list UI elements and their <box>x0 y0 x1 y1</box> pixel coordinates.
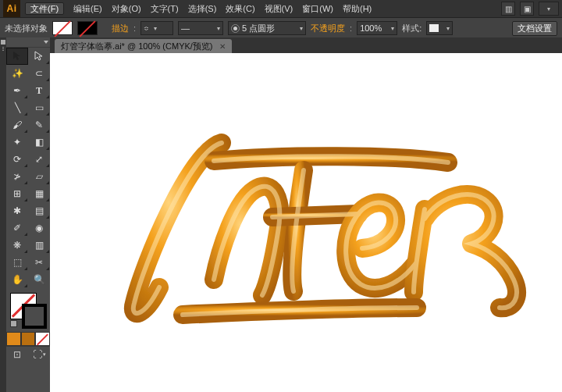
tool-slice[interactable]: ✂ <box>28 254 50 271</box>
tool-type[interactable]: T <box>28 82 50 99</box>
tool-mesh[interactable]: ✱ <box>6 202 28 219</box>
stroke-color[interactable] <box>22 304 47 329</box>
canvas[interactable] <box>50 53 562 392</box>
toolbox-panel: ✨ ⊂ ✒ T ╲ ▭ 🖌 ✎ ✦ ◧ ⟳ ⤢ ≯ ▱ ⊞ ▦ ✱ ▤ ✐ ◉ … <box>6 37 51 392</box>
menu-object[interactable]: 对象(O) <box>107 3 146 15</box>
document-tab-bar: 灯管字体临摹.ai* @ 100% (CMYK/预览) ✕ <box>50 37 562 54</box>
color-mode-row <box>6 332 50 346</box>
canvas-artwork <box>50 53 562 392</box>
tool-direct-selection[interactable] <box>28 48 50 65</box>
tool-line[interactable]: ╲ <box>6 99 28 116</box>
menu-effect[interactable]: 效果(C) <box>221 3 259 15</box>
tool-paintbrush[interactable]: 🖌 <box>6 116 28 134</box>
tool-artboard[interactable]: ⬚ <box>6 254 28 271</box>
control-bar: 未选择对象 描边 : ≎▾ —▾ 5 点圆形 ▾ 不透明度 : 100% ▾ 样… <box>0 18 562 39</box>
brush-def-dropdown[interactable]: 5 点圆形 ▾ <box>228 21 306 35</box>
toolbox-header[interactable] <box>6 37 50 48</box>
style-dropdown[interactable]: ▾ <box>426 21 453 35</box>
collapse-icon <box>44 41 48 44</box>
var-width-profile[interactable]: —▾ <box>178 21 223 35</box>
tool-blend[interactable]: ◉ <box>28 219 50 237</box>
color-mode-gradient[interactable] <box>21 332 36 346</box>
swap-default-toggles[interactable] <box>10 320 17 327</box>
menu-bar: Ai 文件(F) 编辑(E) 对象(O) 文字(T) 选择(S) 效果(C) 视… <box>0 0 562 18</box>
tool-shape[interactable]: ▭ <box>28 99 50 116</box>
stroke-label[interactable]: 描边 <box>112 23 129 34</box>
opacity-value: 100% <box>360 23 382 33</box>
selection-status: 未选择对象 <box>5 23 48 34</box>
brush-value: 5 点圆形 <box>242 23 275 34</box>
dock-toggle-icon[interactable] <box>1 40 5 45</box>
workspace-dropdown[interactable]: ▾ <box>539 2 559 16</box>
tool-magic-wand[interactable]: ✨ <box>6 65 28 82</box>
fill-swatch[interactable] <box>52 21 73 35</box>
stroke-swatch[interactable] <box>77 21 98 35</box>
tab-close-icon[interactable]: ✕ <box>219 42 226 51</box>
doc-settings-button[interactable]: 文档设置 <box>512 21 557 36</box>
draw-screen-mode-row: ⊡ ⛶▾ <box>6 346 50 362</box>
document-tab[interactable]: 灯管字体临摹.ai* @ 100% (CMYK/预览) ✕ <box>55 39 232 53</box>
app-logo: Ai <box>3 0 20 17</box>
draw-mode-icon[interactable]: ⊡ <box>6 347 28 362</box>
layout2-icon[interactable]: ▣ <box>520 2 534 16</box>
color-mode-none[interactable] <box>35 332 50 346</box>
tool-selection[interactable] <box>6 48 28 65</box>
menu-edit[interactable]: 编辑(E) <box>69 3 107 15</box>
tool-lasso[interactable]: ⊂ <box>28 65 50 82</box>
tool-free-transform[interactable]: ▱ <box>28 168 50 185</box>
tool-zoom[interactable]: 🔍 <box>28 271 50 288</box>
menu-file-button[interactable]: 文件(F) <box>25 2 64 15</box>
radio-icon <box>231 24 240 33</box>
menu-window[interactable]: 窗口(W) <box>297 3 338 15</box>
menu-view[interactable]: 视图(V) <box>260 3 298 15</box>
menu-help[interactable]: 帮助(H) <box>338 3 376 15</box>
color-control <box>6 290 50 332</box>
tool-column-graph[interactable]: ▥ <box>28 237 50 254</box>
tool-eyedropper[interactable]: ✐ <box>6 219 28 237</box>
tool-blob-brush[interactable]: ✦ <box>6 134 28 151</box>
tool-eraser[interactable]: ◧ <box>28 134 50 151</box>
tool-hand[interactable]: ✋ <box>6 271 28 288</box>
tool-width[interactable]: ≯ <box>6 168 28 185</box>
tool-pen[interactable]: ✒ <box>6 82 28 99</box>
color-mode-solid[interactable] <box>6 332 21 346</box>
tool-gradient[interactable]: ▤ <box>28 202 50 219</box>
style-label: 样式: <box>402 23 422 34</box>
layout-icon[interactable]: ▥ <box>501 2 515 16</box>
dock-grip-icon <box>2 47 4 52</box>
opacity-label[interactable]: 不透明度 <box>311 23 345 34</box>
tool-pencil[interactable]: ✎ <box>28 116 50 134</box>
stroke-weight-dropdown[interactable]: ≎▾ <box>140 21 173 35</box>
menu-select[interactable]: 选择(S) <box>183 3 222 15</box>
tab-title: 灯管字体临摹.ai* @ 100% (CMYK/预览) <box>61 41 213 52</box>
tool-scale[interactable]: ⤢ <box>28 151 50 168</box>
tool-symbol-sprayer[interactable]: ❋ <box>6 237 28 254</box>
screen-mode-icon[interactable]: ⛶▾ <box>28 347 50 362</box>
tool-rotate[interactable]: ⟳ <box>6 151 28 168</box>
tool-shape-builder[interactable]: ⊞ <box>6 185 28 202</box>
menu-type[interactable]: 文字(T) <box>146 3 183 15</box>
opacity-dropdown[interactable]: 100% ▾ <box>357 21 397 35</box>
tool-perspective-grid[interactable]: ▦ <box>28 185 50 202</box>
